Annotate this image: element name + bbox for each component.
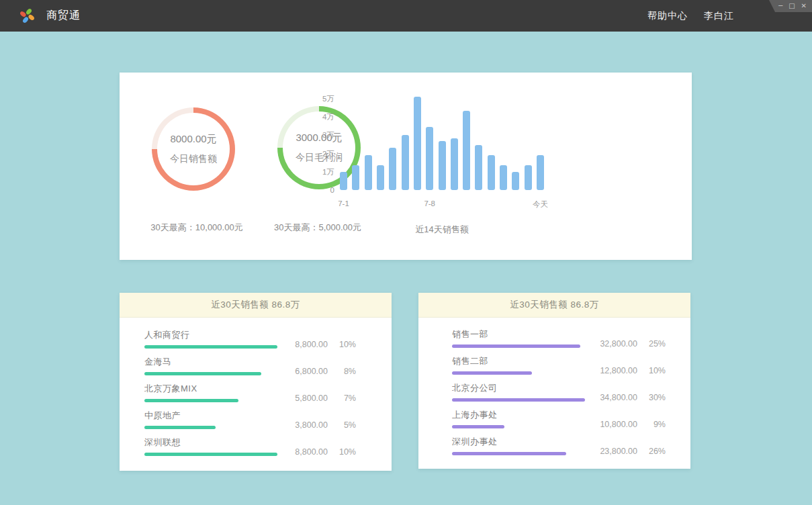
rank-row-percent: 10% [328, 447, 356, 457]
rank-row-bar [144, 399, 238, 402]
rank-row-values: 8,800.00 10% [279, 447, 356, 457]
rank-row-amount: 34,800.00 [589, 393, 637, 402]
chart-bar [426, 127, 433, 190]
minimize-icon[interactable]: ─ [778, 3, 782, 9]
window-controls: ─ □ ✕ [769, 0, 812, 12]
rank-row-values: 23,800.00 26% [589, 447, 666, 456]
rank-row-bar [144, 426, 216, 429]
chart-bar [488, 155, 495, 190]
chart-x-tick: 7-8 [424, 199, 435, 208]
chart-y-tick: 5万 [322, 95, 334, 103]
rank-row-bar [452, 452, 566, 455]
app-window: 商贸通 帮助中心 李白江 ─ □ ✕ 8000.00元 今日销售额 30天最高：… [0, 0, 812, 505]
chart-x-axis: 7-17-8今天 [340, 199, 544, 209]
app-title: 商贸通 [46, 9, 81, 23]
nav-help-center[interactable]: 帮助中心 [647, 10, 688, 22]
chart-bar [377, 165, 384, 190]
chart-bars [340, 96, 544, 190]
rank-row-percent: 10% [328, 340, 356, 349]
rank-row-bar [144, 345, 277, 349]
rank-row-bar [452, 398, 585, 402]
department-rank-list: 销售一部 32,800.00 25% 销售二部 12,800.00 10% 北京… [418, 318, 690, 463]
rank-row-bar [452, 425, 504, 428]
rank-row-bar [144, 372, 261, 375]
chart-bar [451, 138, 458, 191]
rank-row: 销售一部 32,800.00 25% [452, 328, 666, 355]
rank-row-amount: 8,800.00 [279, 447, 328, 457]
rank-row-values: 6,800.00 8% [279, 367, 356, 376]
close-icon[interactable]: ✕ [801, 3, 807, 9]
rank-row: 北京万象MIX 5,800.00 7% [144, 383, 356, 410]
chart-x-tick: 7-1 [338, 199, 349, 208]
app-logo-icon [19, 7, 36, 24]
rank-row-amount: 10,800.00 [589, 420, 637, 429]
rank-row: 销售二部 12,800.00 10% [452, 355, 666, 382]
rank-row: 深圳办事处 23,800.00 26% [452, 436, 666, 463]
rank-row-values: 5,800.00 7% [279, 394, 356, 403]
chart-bar [463, 111, 470, 190]
titlebar: 商贸通 帮助中心 李白江 ─ □ ✕ [0, 0, 812, 32]
chart-bar [537, 155, 544, 190]
rank-row-amount: 23,800.00 [589, 447, 637, 456]
today-profit-label: 今日毛利润 [296, 152, 343, 164]
chart-bar [439, 141, 446, 190]
chart-bar [402, 135, 409, 190]
rank-row-bar [452, 371, 532, 375]
today-profit-value: 3000.00元 [296, 132, 342, 144]
rank-row-percent: 7% [328, 394, 356, 403]
chart-bar [414, 97, 421, 190]
rank-row-values: 8,800.00 10% [279, 340, 356, 349]
brand: 商贸通 [19, 7, 81, 24]
rank-row: 深圳联想 8,800.00 10% [144, 437, 356, 463]
nav-username[interactable]: 李白江 [704, 10, 734, 22]
rank-row-bar [144, 453, 277, 456]
rank-row: 人和商贸行 8,800.00 10% [144, 329, 356, 356]
rank-row-amount: 6,800.00 [279, 367, 328, 376]
rank-row-amount: 8,800.00 [279, 340, 328, 349]
rank-row-values: 3,800.00 5% [279, 420, 356, 430]
chart-bar [512, 172, 519, 190]
chart-title: 近14天销售额 [340, 224, 544, 236]
rank-row-values: 12,800.00 10% [589, 366, 666, 375]
today-sales-value: 8000.00元 [170, 133, 216, 146]
rank-row-values: 34,800.00 30% [589, 393, 666, 402]
rank-row-percent: 10% [637, 366, 666, 375]
today-sales-footnote: 30天最高：10,000.00元 [126, 222, 267, 234]
rank-row-percent: 30% [637, 393, 666, 402]
rank-row: 金海马 6,800.00 8% [144, 356, 356, 383]
rank-row-values: 32,800.00 25% [589, 339, 666, 349]
rank-row: 中原地产 3,800.00 5% [144, 410, 356, 437]
rank-row: 上海办事处 10,800.00 9% [452, 409, 666, 436]
rank-row-percent: 26% [637, 447, 666, 456]
department-rank-title: 近30天销售额 86.8万 [418, 293, 690, 318]
chart-x-tick: 今天 [533, 199, 548, 210]
customer-rank-card: 近30天销售额 86.8万 人和商贸行 8,800.00 10% 金海马 6,8… [120, 293, 392, 471]
chart-bar [525, 165, 532, 190]
rank-row-amount: 5,800.00 [279, 394, 328, 403]
department-rank-card: 近30天销售额 86.8万 销售一部 32,800.00 25% 销售二部 12… [418, 293, 690, 469]
rank-row-percent: 8% [328, 367, 356, 376]
rank-row-values: 10,800.00 9% [589, 420, 666, 429]
rank-row: 北京分公司 34,800.00 30% [452, 382, 666, 409]
customer-rank-title: 近30天销售额 86.8万 [120, 293, 392, 318]
overview-card: 8000.00元 今日销售额 30天最高：10,000.00元 3000.00元… [120, 73, 692, 260]
today-sales-label: 今日销售额 [170, 153, 217, 165]
today-sales-donut-text: 8000.00元 今日销售额 [152, 107, 235, 191]
chart-bar [500, 165, 507, 190]
today-profit-donut: 3000.00元 今日毛利润 [277, 106, 361, 189]
chart-bar [475, 145, 482, 190]
rank-row-amount: 3,800.00 [279, 420, 328, 430]
rank-row-amount: 12,800.00 [589, 366, 637, 375]
rank-row-percent: 25% [637, 339, 666, 349]
rank-row-percent: 9% [637, 420, 666, 429]
rank-row-percent: 5% [328, 420, 356, 430]
rank-row-amount: 32,800.00 [589, 339, 637, 349]
maximize-icon[interactable]: □ [788, 3, 795, 9]
rank-row-bar [452, 345, 580, 348]
today-profit-donut-text: 3000.00元 今日毛利润 [277, 106, 361, 189]
chart-bar [365, 155, 372, 190]
chart-bar [389, 148, 396, 190]
customer-rank-list: 人和商贸行 8,800.00 10% 金海马 6,800.00 8% 北京万象M… [120, 318, 392, 463]
today-sales-donut: 8000.00元 今日销售额 [152, 107, 235, 191]
